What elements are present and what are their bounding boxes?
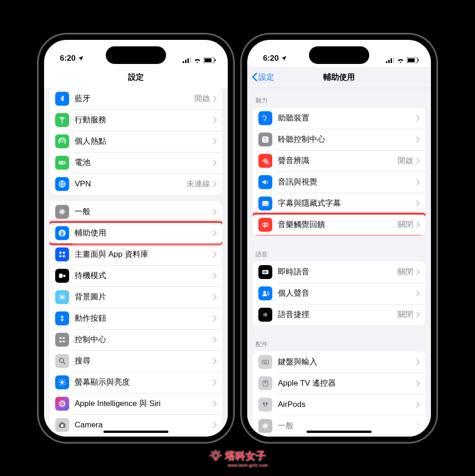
svg-point-33: [61, 381, 64, 384]
row-label: 動作按鈕: [75, 313, 213, 324]
settings-row[interactable]: 音訊與視覺: [253, 171, 425, 193]
svg-rect-1: [185, 60, 186, 63]
home-indicator[interactable]: [307, 431, 372, 433]
settings-row[interactable]: 輔助使用: [50, 222, 222, 244]
row-label: 個人熱點: [75, 136, 213, 146]
svg-rect-43: [393, 57, 394, 63]
svg-rect-31: [63, 341, 65, 342]
settings-row[interactable]: 電池: [50, 152, 222, 173]
svg-rect-65: [266, 313, 267, 316]
svg-point-25: [59, 298, 61, 299]
settings-row[interactable]: 行動服務: [50, 109, 222, 131]
nav-back-button[interactable]: 設定: [252, 72, 274, 83]
settings-row[interactable]: 助聽裝置: [253, 108, 425, 129]
svg-rect-0: [183, 61, 184, 63]
svg-rect-69: [266, 361, 267, 362]
chevron-right-icon: [213, 294, 217, 300]
settings-row[interactable]: 主畫面與 App 資料庫: [50, 244, 222, 265]
settings-row[interactable]: 背景圖片: [50, 286, 222, 308]
settings-group-general: 一般輔助使用主畫面與 App 資料庫待機模式背景圖片動作按鈕控制中心搜尋螢幕顯示…: [50, 201, 222, 436]
search-icon: [55, 354, 69, 368]
svg-rect-30: [59, 341, 62, 342]
settings-row[interactable]: 語音捷徑關閉: [253, 304, 425, 325]
chevron-right-icon: [213, 358, 217, 364]
svg-rect-6: [215, 59, 216, 61]
row-value: 開啟: [398, 155, 413, 166]
chevron-right-icon: [213, 400, 217, 407]
settings-row[interactable]: 音樂觸覺回饋關閉: [253, 214, 425, 235]
row-value: 關閉: [398, 309, 413, 320]
row-label: 一般: [75, 206, 213, 217]
home-indicator[interactable]: [103, 431, 168, 433]
svg-rect-17: [59, 255, 62, 257]
svg-rect-63: [263, 313, 264, 316]
phone-left: 6:20 設定 藍牙開啟行動服務個人熱點電池VPN未連線 一般輔助使用主畫面與 …: [39, 35, 233, 442]
livevoice-icon: [258, 265, 272, 279]
settings-row[interactable]: AirPods: [253, 394, 425, 415]
accessibility-scroll[interactable]: 聽力 助聽裝置聆聽控制中心聲音辨識開啟音訊與視覺字幕與隱藏式字幕音樂觸覺回饋關閉…: [247, 88, 431, 437]
appletv-icon: [258, 376, 272, 390]
svg-rect-55: [266, 203, 268, 204]
svg-rect-50: [265, 158, 266, 164]
svg-point-14: [62, 230, 63, 232]
watermark-text: 塔科女子: [225, 449, 266, 463]
nav-title: 輔助使用: [323, 72, 355, 83]
settings-row[interactable]: Apple TV 遙控器: [253, 373, 425, 394]
section-header-accessory: 配件: [247, 332, 431, 351]
settings-group-connectivity: 藍牙開啟行動服務個人熱點電池VPN未連線: [50, 88, 222, 195]
chevron-right-icon: [213, 230, 217, 236]
settings-row[interactable]: 搜尋: [50, 350, 222, 372]
svg-rect-3: [190, 57, 191, 63]
svg-point-34: [59, 400, 65, 407]
voiceshortcut-icon: [258, 308, 272, 322]
settings-row[interactable]: 一般: [50, 201, 222, 222]
settings-row[interactable]: 鍵盤與輸入: [253, 351, 425, 373]
location-icon: [77, 55, 84, 62]
svg-rect-16: [63, 252, 65, 254]
row-value: 關閉: [398, 219, 413, 230]
chevron-left-icon: [252, 72, 257, 82]
settings-row[interactable]: 個人熱點: [50, 131, 222, 152]
phone-right: 6:20 設定 輔助使用 聽力 助聽裝置聆聽控制中心聲音辨識開啟音訊與視覺字幕與…: [242, 35, 436, 442]
camera-icon: [55, 418, 69, 432]
settings-row[interactable]: 一般: [253, 415, 425, 437]
settings-row[interactable]: Apple Intelligence 與 Siri: [50, 393, 222, 414]
svg-rect-47: [262, 136, 269, 143]
settings-row[interactable]: 螢幕顯示與亮度: [50, 372, 222, 393]
svg-rect-64: [265, 312, 266, 317]
settings-row[interactable]: 待機模式: [50, 265, 222, 286]
chevron-right-icon: [213, 181, 217, 187]
subtitle-icon: [258, 197, 272, 210]
dynamic-island: [106, 46, 166, 64]
settings-row[interactable]: 動作按鈕: [50, 308, 222, 329]
row-label: 鍵盤與輸入: [278, 356, 416, 367]
svg-rect-75: [215, 458, 217, 461]
row-label: 一般: [278, 420, 416, 431]
row-label: 即時語音: [278, 267, 398, 277]
settings-row[interactable]: 聲音辨識開啟: [253, 150, 425, 171]
svg-rect-54: [263, 203, 265, 204]
chevron-right-icon: [213, 336, 217, 343]
siri-icon: [55, 397, 69, 411]
settings-row[interactable]: 字幕與隱藏式字幕: [253, 193, 425, 214]
settings-row[interactable]: VPN未連線: [50, 173, 222, 195]
svg-point-38: [61, 424, 64, 427]
status-time: 6:20: [263, 54, 279, 63]
appgrid-icon: [55, 248, 69, 261]
settings-row[interactable]: 控制中心: [50, 329, 222, 350]
wallpaper-icon: [55, 290, 69, 304]
brightness-icon: [55, 375, 69, 389]
settings-row[interactable]: 藍牙開啟: [50, 88, 222, 109]
chevron-right-icon: [213, 251, 217, 258]
settings-row[interactable]: 聆聽控制中心: [253, 129, 425, 150]
svg-rect-10: [60, 162, 64, 163]
row-label: AirPods: [278, 400, 416, 409]
row-value: 關閉: [398, 267, 413, 277]
settings-row[interactable]: 即時語音關閉: [253, 261, 425, 283]
settings-scroll-left[interactable]: 藍牙開啟行動服務個人熱點電池VPN未連線 一般輔助使用主畫面與 App 資料庫待…: [44, 88, 228, 437]
settings-row[interactable]: 個人聲音: [253, 283, 425, 304]
svg-rect-49: [264, 159, 265, 163]
svg-point-74: [213, 453, 218, 458]
acc-group-accessory: 鍵盤與輸入Apple TV 遙控器AirPods一般: [253, 351, 425, 437]
row-label: 個人聲音: [278, 288, 416, 298]
